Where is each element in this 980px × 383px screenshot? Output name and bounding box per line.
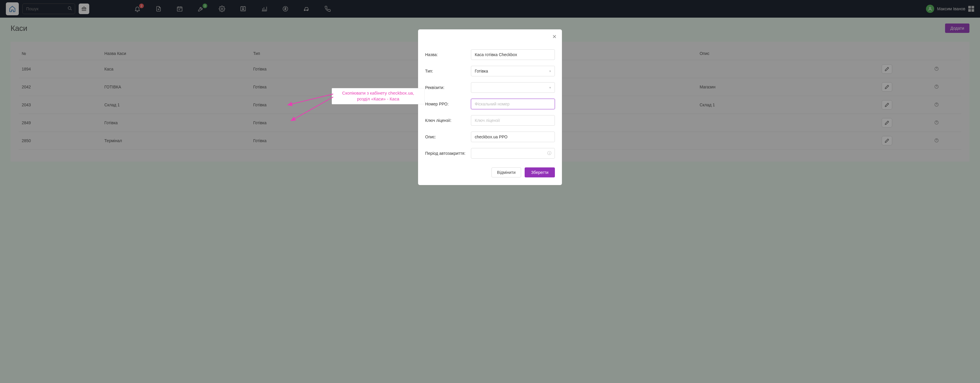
label-type: Тип: bbox=[425, 69, 466, 73]
chevron-down-icon: ▾ bbox=[549, 69, 551, 73]
callout-line1: Скопіювати з кабінету checkbox.ua, bbox=[336, 90, 421, 96]
type-select[interactable]: Готівка ▾ bbox=[471, 66, 555, 77]
license-field[interactable] bbox=[471, 115, 555, 126]
requisites-select[interactable]: ▾ bbox=[471, 82, 555, 93]
info-icon[interactable]: ⓘ bbox=[547, 151, 551, 156]
label-rro: Номер РРО: bbox=[425, 102, 466, 106]
callout-line2: розділ «Каси» - Каса bbox=[336, 96, 421, 102]
type-select-value: Готівка bbox=[475, 69, 488, 73]
label-autoclose: Період автозакриття: bbox=[425, 151, 466, 156]
name-field[interactable] bbox=[471, 49, 555, 60]
autoclose-field[interactable] bbox=[471, 148, 555, 159]
annotation-callout: Скопіювати з кабінету checkbox.ua, розді… bbox=[332, 88, 425, 104]
modal-overlay: ✕ Назва: Тип: Готівка ▾ Реквізити: ▾ bbox=[0, 0, 980, 168]
desc-field[interactable] bbox=[471, 132, 555, 142]
label-license: Ключ ліцензії: bbox=[425, 118, 466, 123]
edit-cash-register-modal: ✕ Назва: Тип: Готівка ▾ Реквізити: ▾ bbox=[418, 29, 562, 168]
rro-field[interactable] bbox=[471, 99, 555, 109]
label-name: Назва: bbox=[425, 52, 466, 57]
label-requisites: Реквізити: bbox=[425, 85, 466, 90]
label-desc: Опис: bbox=[425, 134, 466, 139]
chevron-down-icon: ▾ bbox=[549, 86, 551, 89]
close-icon[interactable]: ✕ bbox=[552, 34, 557, 40]
